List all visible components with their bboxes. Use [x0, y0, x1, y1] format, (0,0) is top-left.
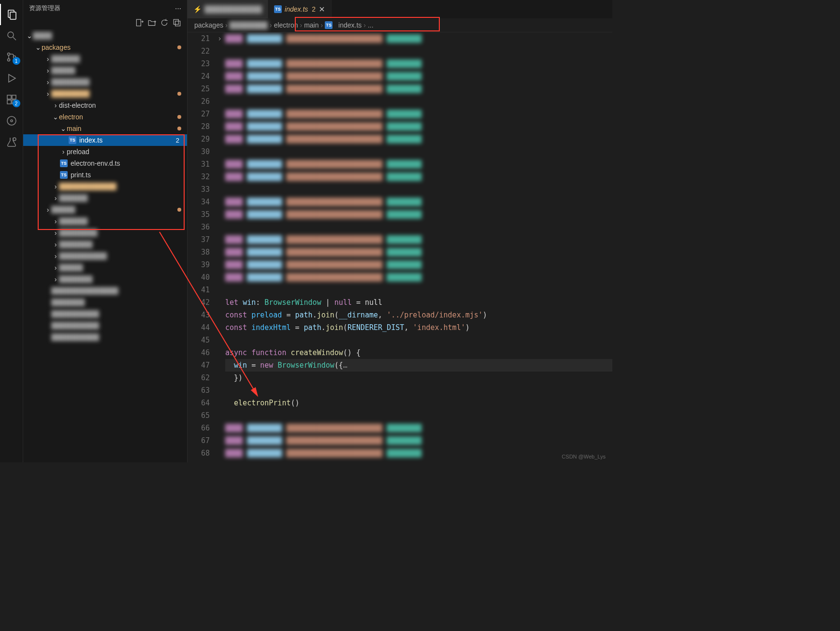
- crumb-electron[interactable]: electron: [274, 21, 298, 29]
- tree-item[interactable]: ›████████: [23, 88, 187, 100]
- test-icon[interactable]: [0, 131, 23, 153]
- svg-marker-7: [9, 74, 15, 82]
- file-label: index.ts: [79, 136, 176, 144]
- svg-point-12: [7, 116, 16, 125]
- file-env-dts[interactable]: TS electron-env.d.ts: [23, 158, 187, 169]
- svg-point-14: [13, 138, 16, 141]
- folder-dist-electron[interactable]: › dist-electron: [23, 100, 187, 111]
- tab-label: ████████████: [204, 5, 262, 13]
- tree-item[interactable]: ›██████: [23, 215, 187, 227]
- file-print-ts[interactable]: TS print.ts: [23, 169, 187, 181]
- close-icon[interactable]: [319, 6, 325, 13]
- vite-icon: ⚡: [193, 5, 202, 13]
- collapse-icon[interactable]: [173, 18, 181, 27]
- new-folder-icon[interactable]: [147, 18, 156, 27]
- tree-item[interactable]: ›███████: [23, 273, 187, 285]
- svg-point-2: [8, 32, 14, 38]
- svg-rect-1: [10, 12, 16, 19]
- crumb-packages[interactable]: packages: [194, 21, 223, 29]
- extensions-icon[interactable]: 2: [0, 89, 23, 110]
- editor-area: ⚡ ████████████ TS index.ts 2 packages › …: [188, 0, 612, 462]
- svg-rect-10: [7, 100, 11, 104]
- svg-rect-15: [136, 19, 141, 26]
- folder-preload[interactable]: › preload: [23, 146, 187, 158]
- sidebar-actions: [23, 16, 187, 29]
- folder-label: dist-electron: [59, 101, 181, 109]
- tree-item[interactable]: ›████████: [23, 76, 187, 88]
- new-file-icon[interactable]: [135, 18, 144, 27]
- watermark: CSDN @Web_Lys: [562, 454, 606, 459]
- source-control-icon[interactable]: 1: [0, 46, 23, 68]
- svg-rect-9: [12, 95, 16, 99]
- tree-item[interactable]: ›████████: [23, 227, 187, 239]
- tree-item[interactable]: ›████████████: [23, 181, 187, 192]
- explorer-icon[interactable]: [0, 4, 23, 25]
- breadcrumb: packages › ████████ › electron › main › …: [188, 18, 612, 32]
- svg-point-5: [7, 59, 10, 61]
- git-branch-icon[interactable]: [0, 110, 23, 131]
- tab-label: index.ts: [285, 5, 308, 13]
- file-label: electron-env.d.ts: [71, 159, 181, 167]
- explorer-sidebar: 资源管理器 ⋯ ⌄ ████ ⌄ packages ›██████ ›█████…: [23, 0, 188, 462]
- code-content: ████ ████████ ██████████████████████ ███…: [225, 32, 612, 462]
- run-icon[interactable]: [0, 68, 23, 89]
- chevron-right-icon: ›: [60, 148, 67, 156]
- crumb-blur[interactable]: ████████: [230, 21, 268, 29]
- modified-dot: [177, 208, 181, 212]
- chevron-down-icon: ⌄: [35, 43, 42, 51]
- tree-item[interactable]: ██████████: [23, 320, 187, 331]
- scm-badge: 1: [13, 57, 20, 65]
- folder-electron[interactable]: ⌄ electron: [23, 111, 187, 123]
- tree-root[interactable]: ⌄ ████: [23, 30, 187, 42]
- file-tree: ⌄ ████ ⌄ packages ›██████ ›█████ ›██████…: [23, 29, 187, 462]
- folder-label: main: [67, 125, 177, 132]
- chevron-down-icon: ⌄: [60, 125, 67, 132]
- folder-label: preload: [67, 148, 181, 156]
- refresh-icon[interactable]: [160, 18, 169, 27]
- tree-item[interactable]: ›██████████: [23, 250, 187, 262]
- ext-badge: 2: [13, 100, 20, 107]
- folder-label: electron: [59, 113, 177, 121]
- tree-item[interactable]: ›███████: [23, 239, 187, 250]
- tab-item-index[interactable]: TS index.ts 2: [268, 0, 332, 18]
- problem-badge: 2: [176, 137, 181, 144]
- folder-label: packages: [42, 43, 177, 51]
- sidebar-header: 资源管理器 ⋯: [23, 0, 187, 16]
- modified-dot: [177, 115, 181, 119]
- ts-icon: TS: [60, 171, 68, 179]
- code-editor[interactable]: 2122232425262728293031323334353637383940…: [188, 32, 612, 462]
- tree-item[interactable]: ›█████: [23, 204, 187, 215]
- chevron-right-icon: ›: [300, 21, 302, 29]
- tab-item[interactable]: ⚡ ████████████: [188, 0, 268, 18]
- modified-dot: [177, 92, 181, 96]
- tree-item[interactable]: ›██████: [23, 53, 187, 65]
- tree-item[interactable]: ██████████████: [23, 285, 187, 297]
- search-icon[interactable]: [0, 25, 23, 46]
- tree-item[interactable]: ›█████: [23, 65, 187, 76]
- chevron-down-icon: ⌄: [26, 32, 33, 40]
- svg-rect-20: [174, 19, 178, 24]
- ts-icon: TS: [325, 21, 333, 29]
- ts-icon: TS: [60, 159, 68, 167]
- tree-item[interactable]: ██████████: [23, 331, 187, 343]
- tab-bar: ⚡ ████████████ TS index.ts 2: [188, 0, 612, 18]
- ts-icon: TS: [274, 5, 282, 13]
- tree-item[interactable]: ██████████: [23, 308, 187, 320]
- tree-root-label: ████: [33, 32, 181, 40]
- crumb-file[interactable]: TS index.ts: [325, 21, 362, 29]
- crumb-more[interactable]: ...: [368, 21, 374, 29]
- tree-item[interactable]: ›██████: [23, 192, 187, 204]
- folder-main[interactable]: ⌄ main: [23, 123, 187, 134]
- tree-item[interactable]: ███████: [23, 297, 187, 308]
- tab-badge: 2: [312, 5, 316, 13]
- chevron-right-icon: ›: [270, 21, 272, 29]
- crumb-main[interactable]: main: [304, 21, 319, 29]
- folder-packages[interactable]: ⌄ packages: [23, 42, 187, 53]
- more-icon[interactable]: ⋯: [175, 5, 181, 12]
- chevron-down-icon: ⌄: [52, 113, 59, 121]
- fold-column: ›: [217, 32, 225, 462]
- tree-item[interactable]: ›█████: [23, 262, 187, 273]
- svg-point-4: [7, 53, 10, 56]
- file-index-ts[interactable]: TS index.ts 2: [23, 134, 187, 146]
- modified-dot: [177, 45, 181, 49]
